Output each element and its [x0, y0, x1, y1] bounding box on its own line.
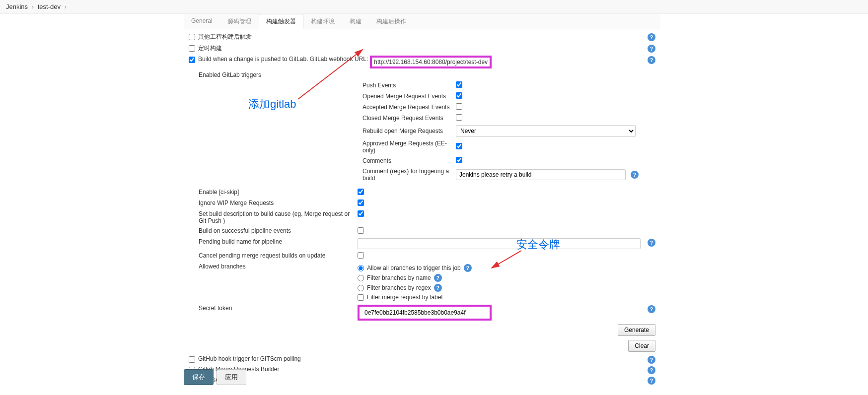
label-by-name: Filter branches by name: [367, 274, 431, 281]
help-icon[interactable]: ?: [648, 33, 655, 41]
help-icon[interactable]: ?: [464, 264, 472, 272]
checkbox-build-desc[interactable]: [358, 210, 364, 217]
label-accepted-mr: Accepted Merge Request Events: [362, 104, 456, 111]
tab-general[interactable]: General: [184, 14, 220, 29]
help-icon[interactable]: ?: [648, 356, 655, 364]
tab-env[interactable]: 构建环境: [303, 14, 342, 29]
apply-button[interactable]: 应用: [217, 369, 246, 385]
clear-button[interactable]: Clear: [628, 340, 655, 352]
tab-post[interactable]: 构建后操作: [369, 14, 414, 29]
checkbox-closed-mr[interactable]: [456, 114, 462, 121]
label-enabled-triggers: Enabled GitLab triggers: [184, 70, 660, 80]
input-comment-regex[interactable]: [456, 169, 626, 180]
label-ignore-wip: Ignore WIP Merge Requests: [189, 199, 358, 206]
gitlab-webhook-url: http://192.168.154.60:8080/project/test-…: [374, 59, 488, 66]
select-rebuild[interactable]: Never: [456, 125, 636, 137]
label-other-remote: 其他工程构建后触发: [198, 33, 252, 41]
checkbox-cron[interactable]: [189, 45, 195, 52]
checkbox-by-label[interactable]: [358, 294, 364, 301]
breadcrumb-root[interactable]: Jenkins: [6, 3, 28, 10]
label-approved: Approved Merge Requests (EE-only): [362, 140, 456, 154]
label-by-label: Filter merge request by label: [367, 294, 442, 301]
label-gitlab-push: Build when a change is pushed to GitLab.…: [198, 56, 368, 63]
checkbox-gitlab-push[interactable]: [189, 57, 195, 63]
checkbox-other-remote[interactable]: [189, 34, 195, 40]
label-ci-skip: Enable [ci-skip]: [189, 189, 358, 196]
footer-buttons: 保存 应用: [184, 369, 246, 385]
radio-by-name[interactable]: [358, 275, 364, 281]
help-icon[interactable]: ?: [648, 45, 655, 53]
help-icon[interactable]: ?: [648, 377, 655, 385]
label-pipeline-events: Build on successful pipeline events: [189, 227, 358, 234]
input-pending-name[interactable]: [358, 238, 641, 249]
highlight-webhook-url: http://192.168.154.60:8080/project/test-…: [370, 56, 492, 68]
content-pane: 其他工程构建后触发 ? 定时构建 ? Build when a change i…: [184, 29, 660, 395]
label-cancel-pending: Cancel pending merge request builds on u…: [189, 252, 358, 259]
save-button[interactable]: 保存: [184, 369, 214, 385]
help-icon[interactable]: ?: [631, 171, 639, 179]
label-opened-mr: Opened Merge Request Events: [362, 93, 456, 100]
label-secret-token: Secret token: [189, 305, 358, 312]
breadcrumb-sep: ›: [65, 3, 67, 10]
tab-scm[interactable]: 源码管理: [220, 14, 259, 29]
tab-build[interactable]: 构建: [342, 14, 369, 29]
radio-allow-all[interactable]: [358, 265, 364, 271]
help-icon[interactable]: ?: [648, 56, 655, 64]
checkbox-ci-skip[interactable]: [358, 189, 364, 195]
help-icon[interactable]: ?: [434, 284, 442, 292]
label-closed-mr: Closed Merge Request Events: [362, 115, 456, 122]
generate-button[interactable]: Generate: [618, 324, 655, 336]
label-by-regex: Filter branches by regex: [367, 284, 431, 291]
label-build-desc: Set build description to build cause (eg…: [189, 210, 358, 224]
help-icon[interactable]: ?: [648, 305, 655, 313]
highlight-secret-token: [358, 305, 492, 321]
label-cron: 定时构建: [198, 44, 222, 53]
checkbox-pipeline-events[interactable]: [358, 227, 364, 234]
tab-triggers[interactable]: 构建触发器: [259, 14, 303, 29]
label-allow-all: Allow all branches to trigger this job: [367, 264, 461, 271]
help-icon[interactable]: ?: [648, 239, 655, 247]
label-comment-regex: Comment (regex) for triggering a build: [362, 168, 456, 182]
label-pending-name: Pending build name for pipeline: [189, 238, 358, 245]
checkbox-opened-mr[interactable]: [456, 92, 462, 99]
checkbox-comments[interactable]: [456, 157, 462, 163]
label-allowed-branches: Allowed branches: [189, 263, 358, 270]
checkbox-github-hook[interactable]: [189, 356, 195, 363]
breadcrumb-sep: ›: [32, 3, 34, 10]
checkbox-ignore-wip[interactable]: [358, 199, 364, 206]
checkbox-cancel-pending[interactable]: [358, 252, 364, 259]
label-comments: Comments: [362, 157, 456, 164]
checkbox-accepted-mr[interactable]: [456, 103, 462, 110]
label-github-hook: GitHub hook trigger for GITScm polling: [198, 355, 301, 362]
breadcrumb: Jenkins › test-dev ›: [0, 0, 868, 14]
help-icon[interactable]: ?: [648, 366, 655, 374]
radio-by-regex[interactable]: [358, 285, 364, 291]
checkbox-push-events[interactable]: [456, 81, 462, 88]
label-rebuild: Rebuild open Merge Requests: [362, 128, 456, 134]
input-secret-token[interactable]: [362, 308, 486, 318]
label-push-events: Push Events: [362, 82, 456, 89]
breadcrumb-project[interactable]: test-dev: [38, 3, 61, 10]
checkbox-approved[interactable]: [456, 143, 462, 149]
help-icon[interactable]: ?: [434, 274, 442, 282]
config-tabs: General 源码管理 构建触发器 构建环境 构建 构建后操作: [184, 14, 660, 29]
